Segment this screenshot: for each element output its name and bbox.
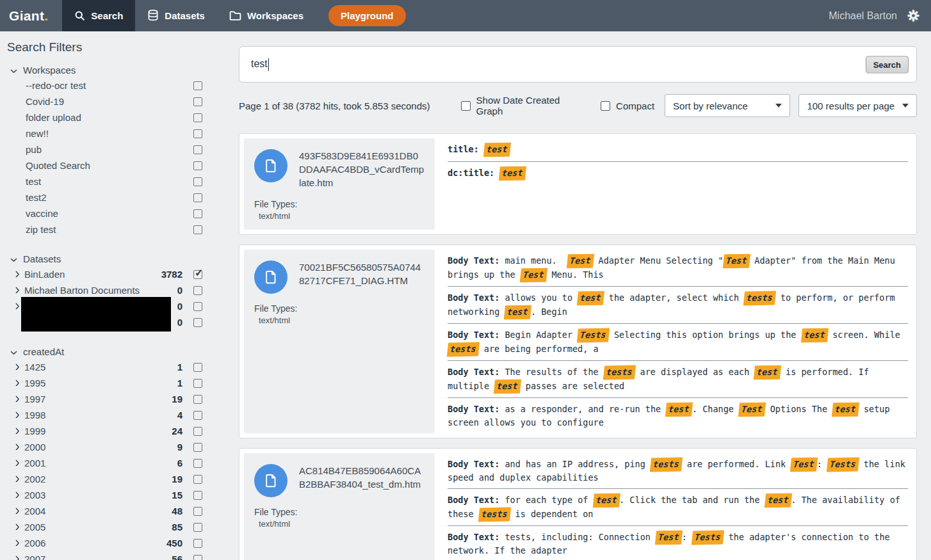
- filter-item-label: 2000: [24, 442, 45, 452]
- filter-checkbox[interactable]: [193, 129, 202, 138]
- chevron-right-icon[interactable]: [15, 428, 24, 435]
- compact-checkbox[interactable]: [601, 101, 610, 111]
- result-file-panel[interactable]: AC814B47EB859064A60CAB2BBAF38404_test_dm…: [244, 453, 435, 560]
- sort-dropdown[interactable]: Sort by relevance: [665, 94, 790, 117]
- filter-checkbox[interactable]: [193, 555, 202, 560]
- filter-checkbox[interactable]: [193, 286, 202, 295]
- result-file-panel[interactable]: 493F583D9E841E6931DB0DDAAFAC4BDB_vCardTe…: [244, 138, 435, 230]
- section-header-createdAt[interactable]: createdAt: [0, 344, 231, 359]
- chevron-right-icon[interactable]: [15, 412, 24, 419]
- filter-item: 0: [0, 298, 231, 314]
- section-header-workspaces[interactable]: Workspaces: [0, 62, 231, 77]
- result-card: 70021BF5C56580575A074482717CFE71_DIAG.HT…: [239, 244, 917, 438]
- file-type-value: text/html: [259, 316, 425, 325]
- chevron-right-icon[interactable]: [15, 287, 24, 294]
- chevron-right-icon[interactable]: [15, 508, 24, 515]
- filter-checkbox[interactable]: [193, 209, 202, 218]
- playground-button[interactable]: Playground: [328, 5, 406, 26]
- filter-item-label: vaccine: [26, 208, 58, 219]
- chevron-right-icon[interactable]: [15, 476, 24, 483]
- filter-item-label: Quoted Search: [26, 160, 90, 171]
- page-info: Page 1 of 38 (3782 hits, took 5.853 seco…: [239, 100, 430, 111]
- tab-datasets[interactable]: Datasets: [135, 0, 217, 31]
- filter-checkbox[interactable]: [193, 161, 202, 170]
- result-file-head: 70021BF5C56580575A074482717CFE71_DIAG.HT…: [254, 260, 425, 294]
- chevron-right-icon[interactable]: [15, 364, 24, 371]
- chevron-right-icon[interactable]: [15, 271, 24, 278]
- filter-item: 199719: [0, 391, 231, 407]
- filter-checkbox[interactable]: [193, 507, 202, 516]
- snippet: Body Text: as a responder, and re-run th…: [448, 397, 908, 433]
- filter-checkbox[interactable]: [193, 395, 202, 404]
- show-graph-checkbox[interactable]: [461, 101, 471, 111]
- filter-item-count: 3782: [161, 269, 182, 280]
- filter-checkbox[interactable]: [193, 97, 202, 106]
- compact-toggle[interactable]: Compact: [601, 100, 654, 111]
- filter-item: --redo-ocr test: [0, 77, 231, 93]
- filter-item-count: 450: [166, 538, 182, 548]
- snippet-field-label: title:: [448, 144, 479, 154]
- filter-checkbox[interactable]: [193, 379, 202, 388]
- filter-checkbox[interactable]: [193, 427, 202, 436]
- workspaces-icon: [229, 10, 241, 21]
- chevron-right-icon[interactable]: [15, 540, 24, 547]
- snippet-field-label: Body Text:: [448, 404, 499, 414]
- filter-item-label: 2002: [24, 474, 45, 484]
- filter-checkbox[interactable]: [193, 475, 202, 484]
- result-filename[interactable]: AC814B47EB859064A60CAB2BBAF38404_test_dm…: [299, 464, 425, 497]
- highlighted-term: Test: [738, 403, 766, 417]
- filter-checkbox[interactable]: [193, 81, 202, 90]
- filter-checkbox[interactable]: [193, 318, 202, 327]
- chevron-right-icon[interactable]: [15, 524, 24, 531]
- filter-item: 200315: [0, 487, 231, 503]
- filter-checkbox[interactable]: [193, 363, 202, 372]
- filter-checkbox[interactable]: [193, 113, 202, 122]
- tab-search[interactable]: Search: [62, 0, 135, 31]
- search-input[interactable]: test: [251, 58, 269, 71]
- filter-item-label: pub: [26, 144, 42, 155]
- filter-checkbox[interactable]: [193, 539, 202, 548]
- highlighted-term: tests: [478, 507, 511, 521]
- filter-checkbox[interactable]: [193, 302, 202, 311]
- settings-gear-icon[interactable]: [907, 9, 920, 22]
- chevron-right-icon[interactable]: [15, 380, 24, 387]
- search-filters-sidebar: Search Filters Workspaces--redo-ocr test…: [0, 31, 231, 560]
- filter-checkbox[interactable]: [193, 177, 202, 186]
- highlighted-term: tests: [743, 291, 776, 305]
- chevron-right-icon[interactable]: [15, 492, 24, 499]
- result-file-panel[interactable]: 70021BF5C56580575A074482717CFE71_DIAG.HT…: [244, 250, 435, 433]
- app: Giant. Search Datasets Workspaces Playgr…: [0, 0, 931, 560]
- filter-checkbox[interactable]: [193, 523, 202, 532]
- filter-checkbox[interactable]: [193, 193, 202, 202]
- snippet-field-label: Body Text:: [448, 292, 499, 303]
- per-page-dropdown[interactable]: 100 results per page: [798, 94, 917, 117]
- chevron-right-icon[interactable]: [15, 444, 24, 451]
- search-button[interactable]: Search: [866, 56, 909, 73]
- logo-dot: .: [44, 8, 48, 24]
- filter-checkbox[interactable]: [193, 491, 202, 500]
- filter-item: 0: [0, 314, 231, 330]
- filter-item: vaccine: [0, 205, 231, 221]
- section-header-datasets[interactable]: Datasets: [0, 251, 231, 266]
- app-logo[interactable]: Giant.: [0, 0, 62, 31]
- result-filename[interactable]: 70021BF5C56580575A074482717CFE71_DIAG.HT…: [299, 260, 425, 294]
- filter-checkbox[interactable]: [193, 411, 202, 420]
- snippet-field-label: Body Text:: [448, 367, 499, 377]
- filter-checkbox[interactable]: [193, 443, 202, 452]
- chevron-right-icon[interactable]: [15, 396, 24, 403]
- tab-workspaces[interactable]: Workspaces: [217, 0, 316, 31]
- chevron-down-icon: [775, 104, 782, 108]
- filter-checkbox[interactable]: [193, 459, 202, 468]
- filter-checkbox[interactable]: [193, 225, 202, 234]
- filter-item: test: [0, 173, 231, 189]
- chevron-right-icon[interactable]: [15, 556, 24, 560]
- filter-item-count: 6: [177, 458, 182, 468]
- highlighted-term: test: [800, 328, 828, 342]
- chevron-right-icon[interactable]: [15, 460, 24, 467]
- filter-checkbox[interactable]: [193, 270, 202, 279]
- show-graph-toggle[interactable]: Show Date Created Graph: [461, 95, 587, 116]
- filter-checkbox[interactable]: [193, 145, 202, 154]
- snippet-field-label: Body Text:: [448, 495, 499, 505]
- result-filename[interactable]: 493F583D9E841E6931DB0DDAAFAC4BDB_vCardTe…: [299, 149, 425, 189]
- user-name[interactable]: Michael Barton: [829, 10, 897, 22]
